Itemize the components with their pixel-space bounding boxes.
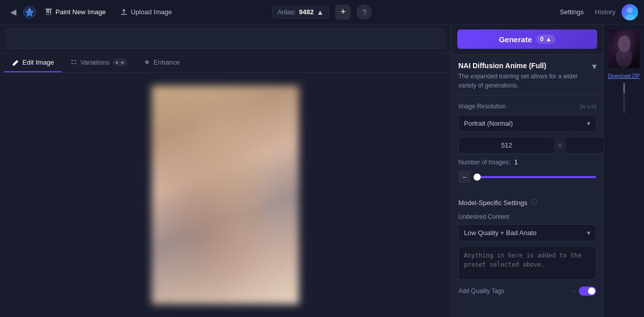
image-resolution-row: Image Resolution [w x h] [458,103,596,110]
undesired-dropdown-arrow-icon: ▾ [587,229,591,237]
paint-new-image-button[interactable]: Paint New Image [39,5,112,19]
width-input[interactable] [458,137,555,154]
svg-point-6 [618,36,630,52]
toggle-off-label: ○ [572,288,576,294]
image-resolution-label: Image Resolution [458,103,506,110]
count-slider[interactable] [474,176,596,178]
topbar-center: Anlas: 9482 ▲ + ? [272,5,372,20]
undesired-label: Undesired Content [458,213,596,220]
topbar-left: ◀ Paint New Image Upload Image [6,5,268,19]
prompt-area [0,24,451,53]
history-scrollbar-thumb [623,83,625,93]
variations-badge: ▸◂ [112,59,127,66]
undesired-dropdown[interactable]: Low Quality + Bad Anato ▾ [458,224,596,241]
dropdown-arrow-icon: ▾ [587,120,591,127]
model-title: NAI Diffusion Anime (Full) ▾ [458,62,596,70]
tab-variations[interactable]: Variations ▸◂ [62,53,135,72]
count-minus-button[interactable]: − [458,171,471,183]
dim-x-separator: ✕ [557,141,563,150]
model-specific-title: Model-Specific Settings [458,199,528,207]
quality-tags-label: Add Quality Tags [458,287,505,295]
quality-tags-row: Add Quality Tags ○ [458,286,596,296]
history-panel: Download ZIP [603,24,644,317]
image-canvas [0,73,451,317]
count-value: 1 [514,159,518,166]
model-section: NAI Diffusion Anime (Full) ▾ The expande… [451,54,603,96]
tab-enhance[interactable]: Enhance [135,53,188,72]
count-slider-wrap: − [458,171,596,183]
height-input[interactable] [565,137,603,154]
model-specific-help-icon[interactable]: ⓘ [531,198,537,207]
svg-point-7 [616,47,632,68]
generate-button[interactable]: Generate 0 ▲ [457,30,597,49]
back-button[interactable]: ◀ [6,5,20,19]
settings-button[interactable]: Settings [555,5,589,19]
model-specific-section: Model-Specific Settings ⓘ Undesired Cont… [451,191,603,303]
canvas-image [152,85,299,304]
svg-point-1 [28,9,31,11]
quality-tags-toggle-wrap: ○ [572,286,596,296]
prompt-input[interactable] [6,28,445,49]
history-thumb-image [609,30,639,68]
resolution-preset-dropdown[interactable]: Portrait (Normal) ▾ [458,115,596,132]
help-button[interactable]: ? [357,5,372,20]
dim-inputs: ✕ [458,137,596,154]
plus-button[interactable]: + [335,5,350,20]
settings-section: Image Resolution [w x h] Portrait (Norma… [451,96,603,191]
model-specific-header: Model-Specific Settings ⓘ [458,198,596,207]
upload-image-button[interactable]: Upload Image [114,5,178,19]
logo-icon [22,5,37,19]
toolbar-tabs: Edit Image Variations ▸◂ Enhance [0,53,451,73]
anlas-topup-icon[interactable]: ▲ [317,8,324,16]
svg-point-3 [627,7,633,13]
history-thumbnail[interactable] [608,28,640,69]
history-scrollbar[interactable] [623,83,625,113]
count-label: Number of Images: [458,159,510,166]
topbar: ◀ Paint New Image Upload Image Anlas: 94… [0,0,644,24]
image-resolution-hint: [w x h] [580,103,596,109]
right-panel: Generate 0 ▲ NAI Diffusion Anime (Full) … [451,24,603,317]
svg-rect-5 [609,30,639,68]
anlas-label: Anlas: [278,8,296,16]
history-label: History [595,8,616,16]
undesired-textarea[interactable] [458,246,596,280]
avatar [622,4,638,20]
toggle-knob [588,287,595,295]
model-description: The expanded training set allows for a w… [458,72,596,90]
generate-cost: 0 ▲ [536,35,556,44]
generate-cost-icon: ▲ [545,36,551,43]
topbar-right: Settings History [376,4,638,20]
generate-bar: Generate 0 ▲ [451,24,603,54]
count-row: Number of Images: 1 [458,159,596,166]
anlas-value: 9482 [299,8,314,16]
download-zip-link[interactable]: Download ZIP [608,73,640,79]
tab-edit-image[interactable]: Edit Image [4,53,62,72]
main-content: Edit Image Variations ▸◂ Enhance Generat… [0,24,644,317]
model-expand-icon[interactable]: ▾ [592,62,596,71]
anlas-badge: Anlas: 9482 ▲ [272,6,330,19]
quality-tags-toggle[interactable] [579,286,596,296]
left-panel: Edit Image Variations ▸◂ Enhance [0,24,451,317]
